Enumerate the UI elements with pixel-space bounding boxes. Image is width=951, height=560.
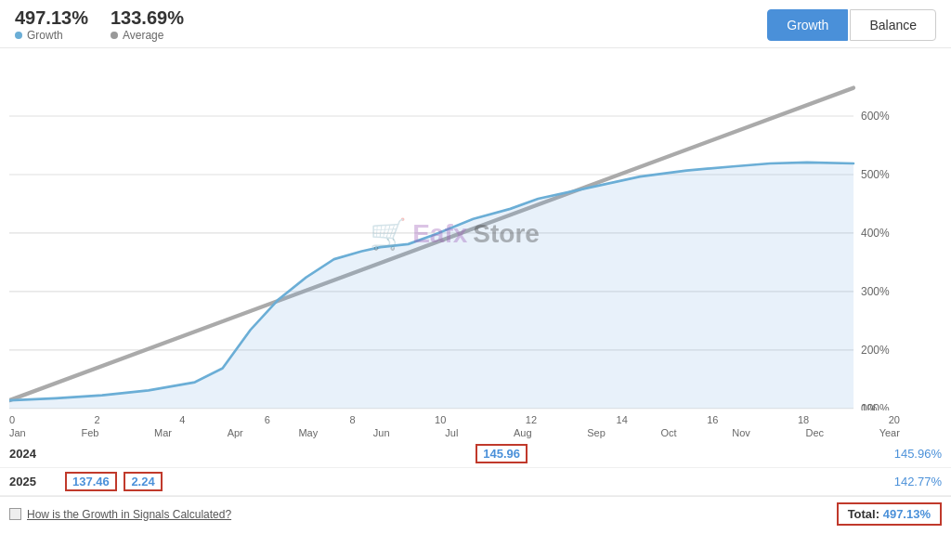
svg-text:600%: 600%: [861, 110, 890, 124]
info-link[interactable]: How is the Growth in Signals Calculated?: [27, 508, 231, 521]
month-mar: Mar: [154, 427, 172, 438]
month-oct: Oct: [660, 427, 676, 438]
chart-area: 🛒 EafxStore 600% 500%: [0, 48, 951, 410]
month-jul: Jul: [445, 427, 458, 438]
x-num-14: 14: [617, 414, 628, 425]
month-dec: Dec: [805, 427, 824, 438]
year-2024: 2024: [0, 440, 56, 468]
total-value: 497.13%: [883, 507, 931, 521]
year-2025: 2025: [0, 468, 56, 496]
chart-inner: 🛒 EafxStore 600% 500%: [9, 58, 900, 410]
average-label: Average: [123, 29, 163, 42]
growth-value: 497.13%: [15, 7, 88, 29]
x-num-10: 10: [435, 414, 446, 425]
highlighted-2025: 137.46 2.24: [56, 468, 466, 496]
month-jan: Jan: [9, 427, 26, 438]
svg-text:300%: 300%: [861, 285, 890, 299]
info-checkbox[interactable]: [9, 508, 21, 520]
highlighted-2024: 145.96: [466, 440, 716, 468]
table-row: 2024 145.96 145.96%: [0, 440, 951, 468]
x-num-8: 8: [349, 414, 355, 425]
average-stat: 133.69% Average: [111, 7, 184, 42]
month-feb: Feb: [81, 427, 98, 438]
tab-buttons: Growth Balance: [767, 9, 936, 41]
year-label: Year: [879, 427, 900, 438]
x-axis-months: Jan Feb Mar Apr May Jun Jul Aug Sep Oct …: [0, 425, 951, 438]
average-value: 133.69%: [111, 7, 184, 29]
x-num-12: 12: [526, 414, 537, 425]
pct-2025: 142.77%: [716, 468, 951, 496]
total-label: Total:: [848, 507, 879, 521]
balance-tab[interactable]: Balance: [850, 9, 936, 41]
growth-tab[interactable]: Growth: [767, 9, 848, 41]
x-num-18: 18: [798, 414, 809, 425]
header: 497.13% Growth 133.69% Average Growth Ba…: [0, 0, 951, 48]
average-label-row: Average: [111, 29, 184, 42]
x-num-4: 4: [179, 414, 185, 425]
total-box: Total: 497.13%: [837, 502, 942, 526]
chart-svg: 600% 500% 400% 300% 200% 100% 0%: [9, 58, 900, 410]
svg-text:0%: 0%: [861, 402, 877, 410]
x-num-16: 16: [707, 414, 718, 425]
pct-2024: 145.96%: [716, 440, 951, 468]
footer-left: How is the Growth in Signals Calculated?: [9, 508, 231, 521]
x-num-6: 6: [265, 414, 270, 425]
footer: How is the Growth in Signals Calculated?…: [0, 496, 951, 531]
value-box-2025b: 2.24: [124, 472, 162, 491]
svg-text:500%: 500%: [861, 168, 890, 182]
value-box-2025a: 137.46: [65, 472, 117, 491]
growth-label-row: Growth: [15, 29, 88, 42]
x-axis-numbers: 0 2 4 6 8 10 12 14 16 18 20: [0, 410, 951, 425]
value-box-2024: 145.96: [476, 444, 528, 463]
month-sep: Sep: [587, 427, 606, 438]
month-may: May: [298, 427, 318, 438]
empty-cols-2024: [56, 440, 466, 468]
growth-stat: 497.13% Growth: [15, 7, 88, 42]
x-num-20: 20: [889, 414, 900, 425]
svg-text:400%: 400%: [861, 227, 890, 241]
header-left: 497.13% Growth 133.69% Average: [15, 7, 184, 42]
growth-label: Growth: [27, 29, 63, 42]
growth-dot: [15, 32, 22, 39]
empty-cols-2025: [466, 468, 716, 496]
month-apr: Apr: [228, 427, 243, 438]
month-aug: Aug: [514, 427, 532, 438]
average-dot: [111, 32, 118, 39]
main-container: 497.13% Growth 133.69% Average Growth Ba…: [0, 0, 951, 560]
svg-text:200%: 200%: [861, 344, 890, 358]
x-num-0: 0: [9, 414, 15, 425]
table-row: 2025 137.46 2.24 142.77%: [0, 468, 951, 496]
x-num-2: 2: [95, 414, 100, 425]
data-table: 2024 145.96 145.96% 2025 137.46 2.24 142…: [0, 440, 951, 496]
month-nov: Nov: [732, 427, 750, 438]
month-jun: Jun: [373, 427, 390, 438]
